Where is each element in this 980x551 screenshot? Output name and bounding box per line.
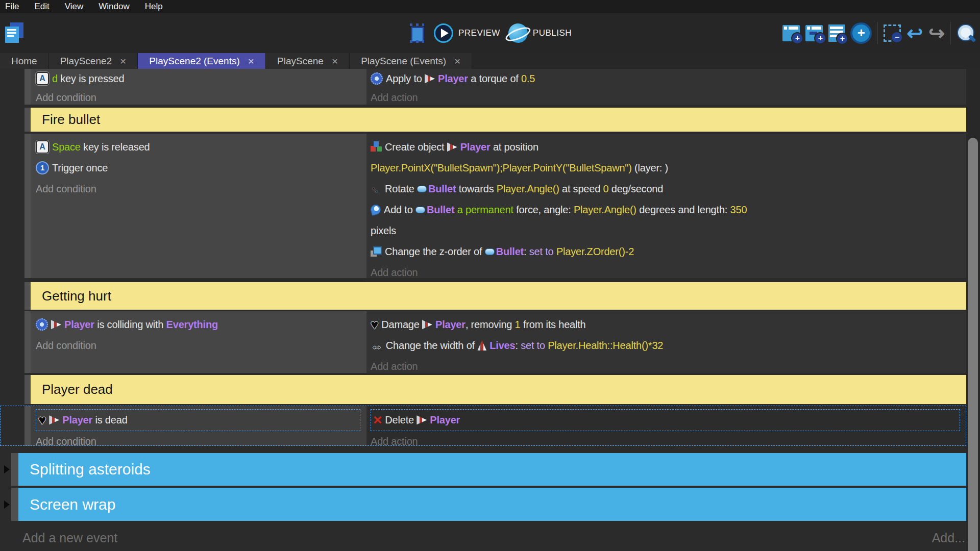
menu-item-edit[interactable]: Edit [34,2,49,12]
event-row[interactable]: ♥Player is deadAdd condition×Delete Play… [0,406,966,446]
row-handle[interactable] [11,488,18,521]
action-line[interactable]: ×Delete Player [373,410,958,431]
health-heart-icon: ♥ [371,319,378,330]
undo-icon[interactable]: ↩ [906,23,923,43]
row-handle[interactable] [24,311,31,373]
menu-item-view[interactable]: View [65,2,84,12]
event-row[interactable]: ASpace key is released1Trigger onceAdd c… [0,134,966,278]
lives-rocket-icon [477,340,486,350]
row-handle[interactable] [24,108,31,132]
add-condition-button[interactable]: Add condition [36,179,360,199]
actions-cell: ♥Damage Player, removing 1 from its heal… [366,311,966,373]
vertical-scrollbar[interactable] [966,69,980,551]
add-condition-button[interactable]: Add condition [36,335,360,356]
comment-text[interactable]: Player dead [31,375,966,404]
tab-playscene2-events-[interactable]: PlayScene2 (Events)× [138,53,266,69]
add-new-event-button[interactable]: Add a new event [22,531,117,545]
menu-item-help[interactable]: Help [145,2,163,12]
collapse-arrow-icon[interactable] [4,500,10,509]
comment-row[interactable]: Getting hurt [0,282,966,310]
row-handle[interactable] [11,453,18,486]
condition-line[interactable]: ♥Player is dead [38,410,358,431]
remove-selection-icon[interactable]: − [884,24,901,42]
add-action-button[interactable]: Add action [371,356,960,373]
menu-item-file[interactable]: File [5,2,19,12]
player-ship-icon [425,74,435,83]
text-segment: Player [62,414,92,425]
text-segment: (layer: ) [632,162,668,173]
tab-label: PlayScene [277,56,324,67]
physics-icon [371,72,383,85]
add-action-button[interactable]: Add action [371,431,960,446]
publish-button[interactable]: PUBLISH [508,23,572,43]
comment-row[interactable]: Player dead [0,375,966,404]
comment-text[interactable]: Getting hurt [31,282,966,310]
toolbar: PREVIEW PUBLISH ++++−↩↪ [0,13,980,53]
page-front [5,27,19,43]
redo-icon[interactable]: ↪ [928,23,945,43]
menu-bar: FileEditViewWindowHelp [0,0,980,13]
collapse-arrow-icon[interactable] [4,465,10,473]
add-force-icon [370,204,382,216]
delete-icon: × [373,414,382,425]
group-title[interactable]: Splitting asteroids [18,453,966,486]
condition-line[interactable]: Player is colliding with Everything [36,314,360,335]
menu-item-window[interactable]: Window [99,2,129,12]
text-segment: is dead [92,414,127,425]
text-segment: Delete [385,414,416,425]
toolbar-center: PREVIEW PUBLISH [408,13,572,53]
search-icon[interactable] [957,23,976,43]
row-handle[interactable] [24,406,31,446]
action-line[interactable]: ♥Damage Player, removing 1 from its heal… [371,314,960,335]
add-condition-button[interactable]: Add condition [36,88,360,105]
condition-line[interactable]: ASpace key is released [36,137,360,158]
add-action-button[interactable]: Add action [371,262,960,278]
row-handle[interactable] [24,69,31,105]
text-segment: Bullet [496,246,524,257]
text-segment: Player.ZOrder()-2 [556,246,634,257]
add-circle-icon[interactable]: + [850,22,872,44]
row-handle[interactable] [24,375,31,404]
tab-playscene2[interactable]: PlayScene2× [49,53,138,69]
row-handle[interactable] [24,282,31,310]
add-subevent-icon[interactable]: + [805,25,823,41]
add-condition-button[interactable]: Add condition [36,431,360,446]
action-line[interactable]: Apply to Player a torque of 0.5 [371,69,960,88]
text-segment: 0 [603,183,608,194]
group-row[interactable]: Splitting asteroids [0,453,966,486]
action-line[interactable]: Create object Player at position Player.… [371,137,960,179]
toolbar-separator [950,22,951,44]
close-icon[interactable]: × [454,56,460,66]
preview-button[interactable]: PREVIEW [434,23,500,43]
tab-label: PlayScene (Events) [361,56,446,67]
comment-row[interactable]: Fire bullet [0,108,966,132]
condition-line[interactable]: Ad key is pressed [36,69,360,88]
tab-home[interactable]: Home [0,53,49,69]
close-icon[interactable]: × [120,56,126,66]
project-manager-icon[interactable] [4,22,24,44]
event-row[interactable]: Ad key is pressedAdd conditionApply to P… [0,69,966,105]
event-row[interactable]: Player is colliding with EverythingAdd c… [0,311,966,373]
comment-text[interactable]: Fire bullet [31,108,966,132]
player-ship-icon [447,142,457,152]
condition-line[interactable]: 1Trigger once [36,158,360,179]
group-title[interactable]: Screen wrap [18,488,966,521]
close-icon[interactable]: × [332,56,338,66]
action-line[interactable]: ↔Change the width of Lives: set to Playe… [371,335,960,356]
row-handle[interactable] [24,134,31,278]
scrollbar-thumb[interactable] [968,138,978,551]
add-comment-icon[interactable]: + [828,24,845,42]
add-action-button[interactable]: Add action [371,88,960,105]
text-segment: Player [435,319,465,330]
action-line[interactable]: Change the z-order of Bullet: set to Pla… [371,241,960,262]
close-icon[interactable]: × [248,56,254,66]
group-row[interactable]: Screen wrap [0,488,966,521]
tab-playscene-events-[interactable]: PlayScene (Events)× [350,53,472,69]
add-event-icon[interactable]: + [782,25,800,41]
debug-icon[interactable] [408,23,426,43]
add-more-button[interactable]: Add... [932,531,965,545]
tab-label: PlayScene2 [60,56,112,67]
action-line[interactable]: Add to Bullet a permanent force, angle: … [371,199,960,241]
tab-playscene[interactable]: PlayScene× [266,53,350,69]
action-line[interactable]: ↔Rotate Bullet towards Player.Angle() at… [371,179,960,199]
